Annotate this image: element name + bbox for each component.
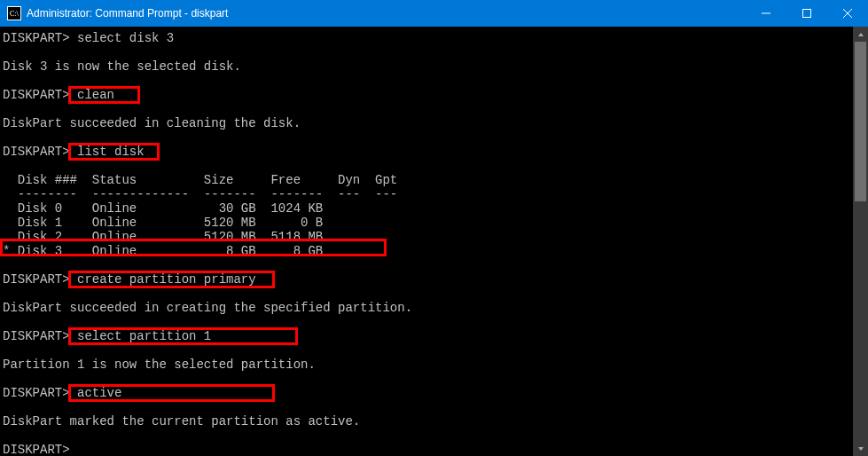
maximize-button[interactable] bbox=[786, 0, 827, 27]
terminal-line: DiskPart succeeded in cleaning the disk. bbox=[3, 116, 868, 130]
terminal-output[interactable]: DISKPART> select disk 3 Disk 3 is now th… bbox=[0, 27, 868, 456]
terminal-line: Disk ### Status Size Free Dyn Gpt bbox=[3, 173, 868, 187]
terminal-line: DiskPart succeeded in creating the speci… bbox=[3, 301, 868, 315]
terminal-line bbox=[3, 258, 868, 272]
terminal-line: Disk 3 is now the selected disk. bbox=[3, 59, 868, 74]
terminal-line: DISKPART> select partition 1 bbox=[3, 329, 868, 343]
terminal-line: DISKPART> select disk 3 bbox=[3, 31, 868, 45]
terminal-line bbox=[3, 287, 868, 301]
terminal-line: * Disk 3 Online 8 GB 8 GB bbox=[3, 244, 868, 258]
terminal-line bbox=[3, 343, 868, 358]
terminal-line bbox=[3, 372, 868, 386]
terminal-line bbox=[3, 315, 868, 329]
terminal-line: DISKPART> list disk bbox=[3, 145, 868, 159]
minimize-button[interactable] bbox=[746, 0, 786, 27]
window-title: Administrator: Command Prompt - diskpart bbox=[27, 7, 746, 20]
scrollbar[interactable] bbox=[853, 27, 868, 456]
terminal-line: Disk 2 Online 5120 MB 5118 MB bbox=[3, 230, 868, 244]
terminal-line bbox=[3, 74, 868, 88]
terminal-line: Disk 0 Online 30 GB 1024 KB bbox=[3, 201, 868, 216]
terminal-line: DISKPART> bbox=[3, 443, 868, 456]
scroll-track[interactable] bbox=[853, 42, 868, 441]
cmd-icon: C:\ bbox=[7, 6, 21, 20]
window-buttons bbox=[746, 0, 868, 27]
scroll-up-arrow[interactable] bbox=[853, 27, 868, 42]
terminal-line: DISKPART> clean bbox=[3, 88, 868, 102]
titlebar: C:\ Administrator: Command Prompt - disk… bbox=[0, 0, 868, 27]
scroll-thumb[interactable] bbox=[855, 42, 866, 201]
terminal-line: DiskPart marked the current partition as… bbox=[3, 414, 868, 428]
terminal-line bbox=[3, 400, 868, 414]
svg-text:C:\: C:\ bbox=[10, 10, 20, 18]
scroll-down-arrow[interactable] bbox=[853, 441, 868, 456]
terminal-line bbox=[3, 428, 868, 443]
close-button[interactable] bbox=[827, 0, 868, 27]
svg-rect-3 bbox=[803, 10, 811, 18]
terminal-line bbox=[3, 159, 868, 173]
terminal-line bbox=[3, 102, 868, 116]
terminal-line bbox=[3, 130, 868, 145]
terminal-line: -------- ------------- ------- ------- -… bbox=[3, 187, 868, 201]
terminal-line: DISKPART> create partition primary bbox=[3, 272, 868, 287]
terminal-line: Disk 1 Online 5120 MB 0 B bbox=[3, 216, 868, 230]
terminal-line: Partition 1 is now the selected partitio… bbox=[3, 358, 868, 372]
terminal-line bbox=[3, 45, 868, 59]
terminal-line: DISKPART> active bbox=[3, 386, 868, 400]
